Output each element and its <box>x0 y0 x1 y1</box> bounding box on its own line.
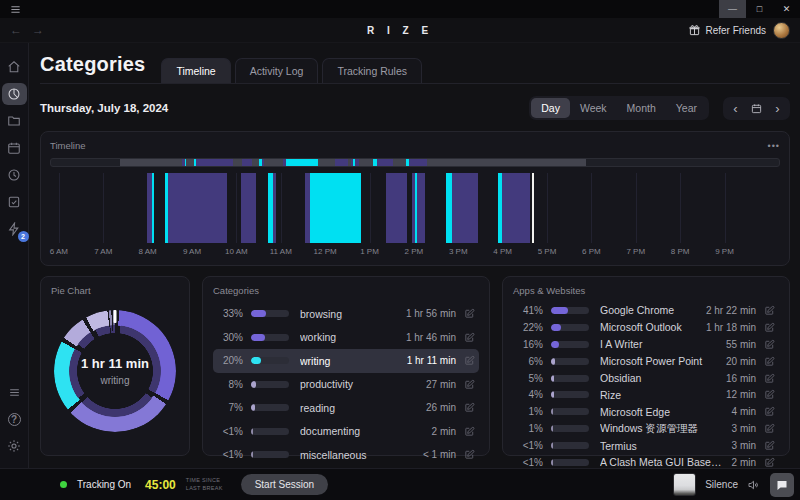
sidebar-item-home[interactable] <box>2 56 27 78</box>
prev-day-button[interactable]: ‹ <box>725 99 746 118</box>
app-row[interactable]: 4%Rize12 min <box>513 386 779 403</box>
hamburger-menu-icon[interactable] <box>10 4 21 15</box>
sidebar-item-settings[interactable] <box>2 435 27 457</box>
range-option-year[interactable]: Year <box>666 98 707 118</box>
row-bar-fill <box>551 375 554 382</box>
tab-tracking-rules[interactable]: Tracking Rules <box>322 58 422 83</box>
range-option-month[interactable]: Month <box>617 98 666 118</box>
timeline-activity-bar-purple[interactable] <box>452 173 478 243</box>
range-option-week[interactable]: Week <box>570 98 617 118</box>
chat-bubble-icon <box>776 479 788 491</box>
sidebar-item-tasks[interactable] <box>2 191 27 213</box>
timeline-activity-bar-purple[interactable] <box>502 173 530 243</box>
edit-icon[interactable] <box>764 423 775 434</box>
edit-icon[interactable] <box>764 339 775 350</box>
refer-friends-button[interactable]: Refer Friends <box>689 25 766 36</box>
row-label: working <box>300 331 398 343</box>
edit-icon[interactable] <box>464 379 475 390</box>
edit-icon[interactable] <box>764 406 775 417</box>
category-row[interactable]: 7%reading26 min <box>213 396 479 420</box>
timeline-menu-button[interactable]: ••• <box>768 141 780 151</box>
app-row[interactable]: 16%I A Writer55 min <box>513 336 779 353</box>
timeline-activity-bar-purple[interactable] <box>355 159 360 166</box>
timeline-overview-scrollbar[interactable] <box>50 158 780 167</box>
app-row[interactable]: 6%Microsoft Power Point20 min <box>513 353 779 370</box>
sidebar-item-analytics[interactable] <box>2 83 27 105</box>
forward-arrow-icon[interactable]: → <box>32 24 44 36</box>
timeline-activity-bar-purple[interactable] <box>335 159 348 166</box>
edit-icon[interactable] <box>764 305 775 316</box>
timeline-activity-bar-cyan[interactable] <box>152 173 154 243</box>
back-arrow-icon[interactable]: ← <box>10 24 22 36</box>
chat-button[interactable] <box>770 473 794 497</box>
timeline-activity-bar-purple[interactable] <box>409 159 427 166</box>
app-row[interactable]: 5%Obsidian16 min <box>513 370 779 387</box>
sidebar-item-boosts[interactable]: 2 <box>2 218 27 240</box>
next-day-button[interactable]: › <box>767 99 788 118</box>
row-label: I A Writer <box>600 338 718 350</box>
category-row[interactable]: 20%writing1 hr 11 min <box>213 349 479 373</box>
app-row[interactable]: 1%Microsoft Edge4 min <box>513 403 779 420</box>
avatar[interactable] <box>773 22 790 39</box>
timeline-activity-bar-purple[interactable] <box>417 173 424 243</box>
edit-icon[interactable] <box>764 322 775 333</box>
category-row[interactable]: 30%working1 hr 46 min <box>213 326 479 350</box>
row-bar <box>551 391 589 398</box>
category-row[interactable]: 33%browsing1 hr 56 min <box>213 302 479 326</box>
category-row[interactable]: 8%productivity27 min <box>213 373 479 397</box>
start-session-button[interactable]: Start Session <box>241 474 328 495</box>
app-row[interactable]: 22%Microsoft Outlook1 hr 18 min <box>513 319 779 336</box>
range-option-day[interactable]: Day <box>531 98 570 118</box>
timeline-hour-label: 4 PM <box>493 247 512 256</box>
timeline-activity-bar-purple[interactable] <box>242 159 252 166</box>
maximize-button[interactable]: □ <box>746 0 773 18</box>
timeline-overview-thumb[interactable] <box>120 159 586 166</box>
timeline-activity-bar-purple[interactable] <box>386 173 407 243</box>
edit-icon[interactable] <box>764 440 775 451</box>
tab-timeline[interactable]: Timeline <box>161 58 230 83</box>
timeline-chart[interactable] <box>50 173 780 243</box>
sidebar-item-projects[interactable] <box>2 110 27 132</box>
edit-icon[interactable] <box>764 389 775 400</box>
edit-icon[interactable] <box>464 426 475 437</box>
timeline-activity-bar-purple[interactable] <box>241 173 257 243</box>
timeline-axis: 6 AM7 AM8 AM9 AM10 AM11 AM12 PM1 PM2 PM3… <box>50 247 780 259</box>
sidebar-item-help[interactable]: ? <box>2 408 27 430</box>
category-row[interactable]: <1%miscellaneous< 1 min <box>213 443 479 467</box>
row-bar <box>551 408 589 415</box>
timeline-activity-bar-purple[interactable] <box>273 173 276 243</box>
minimize-button[interactable]: — <box>719 0 746 18</box>
timeline-activity-bar-cyan[interactable] <box>310 173 360 243</box>
sidebar-item-sessions[interactable] <box>2 164 27 186</box>
app-row[interactable]: 41%Google Chrome2 hr 22 min <box>513 302 779 319</box>
tab-activity-log[interactable]: Activity Log <box>235 58 319 83</box>
app-row[interactable]: 1%Windows 资源管理器3 min <box>513 420 779 437</box>
sidebar-item-list[interactable] <box>2 381 27 403</box>
edit-icon[interactable] <box>764 373 775 384</box>
edit-icon[interactable] <box>764 457 775 468</box>
edit-icon[interactable] <box>464 449 475 460</box>
row-label: browsing <box>300 308 398 320</box>
navbar: ← → R I Z E Refer Friends <box>0 18 800 43</box>
timeline-activity-bar-cyan[interactable] <box>185 159 186 166</box>
category-row[interactable]: <1%documenting2 min <box>213 420 479 444</box>
timeline-activity-bar-cyan[interactable] <box>286 159 318 166</box>
app-row[interactable]: <1%Termius3 min <box>513 437 779 454</box>
timeline-activity-bar-purple[interactable] <box>168 173 226 243</box>
timeline-activity-bar-purple[interactable] <box>262 159 264 166</box>
timeline-gridline <box>547 173 548 243</box>
calendar-picker-button[interactable] <box>746 99 767 118</box>
edit-icon[interactable] <box>464 355 475 366</box>
sidebar-item-calendar[interactable] <box>2 137 27 159</box>
donut-chart[interactable]: 1 hr 11 min writing <box>54 310 176 432</box>
now-playing-artwork[interactable] <box>673 473 696 496</box>
edit-icon[interactable] <box>464 308 475 319</box>
row-bar <box>551 341 589 348</box>
close-button[interactable]: ✕ <box>773 0 800 18</box>
timeline-activity-bar-purple[interactable] <box>377 159 394 166</box>
speaker-icon[interactable] <box>747 479 759 491</box>
edit-icon[interactable] <box>464 402 475 413</box>
edit-icon[interactable] <box>764 356 775 367</box>
timeline-activity-bar-purple[interactable] <box>196 159 233 166</box>
edit-icon[interactable] <box>464 332 475 343</box>
